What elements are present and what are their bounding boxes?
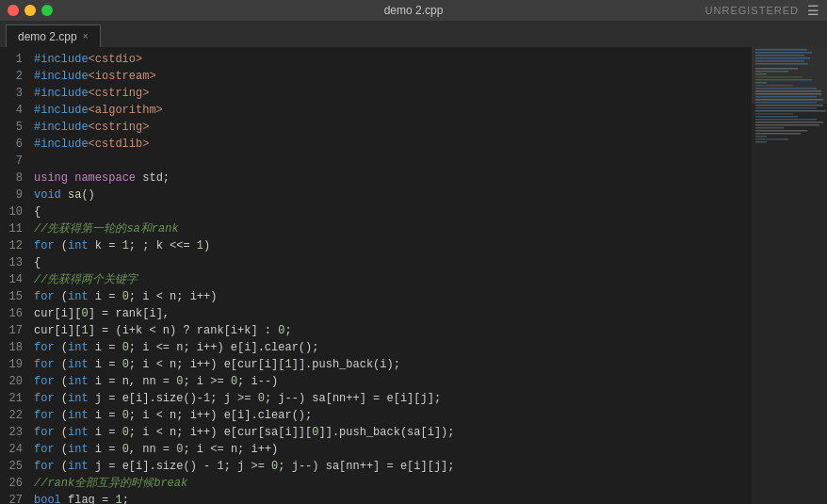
minimap <box>752 47 827 504</box>
code-line-1: #include<cstdio> <box>30 51 752 68</box>
code-line-10: { <box>30 203 752 220</box>
svg-rect-31 <box>755 138 788 140</box>
code-line-23: for (int i = 0; i < n; i++) e[cur[sa[i]]… <box>30 424 752 441</box>
code-line-2: #include<iostream> <box>30 68 752 85</box>
code-line-25: for (int j = e[i].size() - 1; j >= 0; j-… <box>30 458 752 475</box>
line-number-7: 7 <box>0 153 23 170</box>
line-number-6: 6 <box>0 136 23 153</box>
code-line-12: for (int k = 1; ; k <<= 1) <box>30 237 752 254</box>
code-line-16: cur[i][0] = rank[i], <box>30 305 752 322</box>
svg-rect-17 <box>755 99 823 101</box>
line-number-5: 5 <box>0 119 23 136</box>
code-line-17: cur[i][1] = (i+k < n) ? rank[i+k] : 0; <box>30 322 752 339</box>
code-line-20: for (int i = n, nn = 0; i >= 0; i--) <box>30 373 752 390</box>
svg-rect-3 <box>755 57 810 59</box>
code-line-7 <box>30 153 752 170</box>
line-number-12: 12 <box>0 237 23 254</box>
line-number-25: 25 <box>0 458 23 475</box>
line-number-11: 11 <box>0 220 23 237</box>
line-number-14: 14 <box>0 271 23 288</box>
code-line-21: for (int j = e[i].size()-1; j >= 0; j--)… <box>30 390 752 407</box>
svg-rect-29 <box>755 133 801 135</box>
line-number-20: 20 <box>0 373 23 390</box>
line-number-15: 15 <box>0 288 23 305</box>
svg-rect-2 <box>755 55 804 57</box>
code-line-6: #include<cstdlib> <box>30 136 752 153</box>
tab-close-icon[interactable]: × <box>83 31 89 41</box>
svg-rect-26 <box>755 124 819 126</box>
code-line-18: for (int i = 0; i <= n; i++) e[i].clear(… <box>30 339 752 356</box>
code-line-9: void sa() <box>30 187 752 203</box>
svg-rect-12 <box>755 85 793 87</box>
svg-rect-6 <box>755 68 798 70</box>
svg-rect-4 <box>755 60 804 62</box>
code-line-3: #include<cstring> <box>30 85 752 102</box>
minimize-button[interactable] <box>24 5 36 16</box>
svg-rect-0 <box>755 49 807 51</box>
line-number-23: 23 <box>0 424 23 441</box>
line-number-17: 17 <box>0 322 23 339</box>
code-line-27: bool flag = 1; <box>30 492 752 504</box>
line-number-24: 24 <box>0 441 23 458</box>
svg-rect-1 <box>755 52 812 54</box>
code-line-11: //先获得第一轮的sa和rank <box>30 220 752 237</box>
svg-rect-28 <box>755 130 807 132</box>
line-number-26: 26 <box>0 475 23 492</box>
svg-rect-18 <box>755 102 817 104</box>
svg-rect-22 <box>755 113 793 115</box>
line-number-1: 1 <box>0 51 23 68</box>
line-number-21: 21 <box>0 390 23 407</box>
svg-rect-7 <box>755 71 788 73</box>
code-line-19: for (int i = 0; i < n; i++) e[cur[i][1]]… <box>30 356 752 373</box>
line-number-3: 3 <box>0 85 23 102</box>
window-title: demo 2.cpp <box>384 4 444 17</box>
svg-rect-14 <box>755 90 821 92</box>
code-line-8: using namespace std; <box>30 170 752 187</box>
svg-rect-20 <box>755 107 817 109</box>
svg-rect-16 <box>755 96 817 98</box>
svg-rect-25 <box>755 122 823 123</box>
line-number-13: 13 <box>0 254 23 271</box>
line-number-16: 16 <box>0 305 23 322</box>
line-number-18: 18 <box>0 339 23 356</box>
code-line-22: for (int i = 0; i < n; i++) e[i].clear()… <box>30 407 752 424</box>
svg-rect-13 <box>755 88 817 89</box>
svg-rect-27 <box>755 127 784 129</box>
code-line-15: for (int i = 0; i < n; i++) <box>30 288 752 305</box>
line-number-22: 22 <box>0 407 23 424</box>
svg-rect-5 <box>755 63 808 65</box>
svg-rect-8 <box>755 73 767 75</box>
menu-icon[interactable]: ☰ <box>807 3 819 19</box>
svg-rect-21 <box>755 110 826 112</box>
svg-rect-19 <box>755 105 823 106</box>
line-number-8: 8 <box>0 170 23 187</box>
unregistered-label: UNREGISTERED <box>705 5 799 16</box>
line-number-27: 27 <box>0 492 23 504</box>
minimap-svg <box>752 47 827 504</box>
window-controls <box>0 5 53 16</box>
title-bar: demo 2.cpp UNREGISTERED ☰ <box>0 0 827 21</box>
svg-rect-10 <box>755 79 812 81</box>
close-button[interactable] <box>8 5 19 16</box>
code-line-5: #include<cstring> <box>30 119 752 136</box>
code-line-14: //先获得两个关键字 <box>30 271 752 288</box>
tab-demo2cpp[interactable]: demo 2.cpp × <box>6 24 101 47</box>
svg-rect-23 <box>755 116 798 118</box>
code-content[interactable]: #include<cstdio>#include<iostream>#inclu… <box>30 47 752 504</box>
svg-rect-9 <box>755 76 803 78</box>
line-number-10: 10 <box>0 203 23 220</box>
line-number-2: 2 <box>0 68 23 85</box>
svg-rect-30 <box>755 136 767 138</box>
svg-rect-24 <box>755 119 817 121</box>
code-line-4: #include<algorithm> <box>30 102 752 119</box>
line-number-9: 9 <box>0 187 23 203</box>
tab-label: demo 2.cpp <box>18 30 77 43</box>
svg-rect-32 <box>755 141 767 143</box>
code-line-24: for (int i = 0, nn = 0; i <= n; i++) <box>30 441 752 458</box>
code-line-26: //rank全部互异的时候break <box>30 475 752 492</box>
tab-bar: demo 2.cpp × <box>0 21 827 47</box>
line-numbers: 1234567891011121314151617181920212223242… <box>0 47 30 504</box>
maximize-button[interactable] <box>41 5 53 16</box>
code-line-13: { <box>30 254 752 271</box>
svg-rect-15 <box>755 93 821 95</box>
